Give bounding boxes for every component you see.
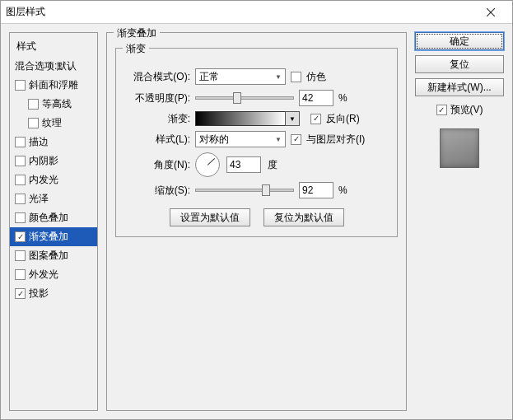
angle-label: 角度(N): <box>126 158 190 172</box>
list-item[interactable]: 描边 <box>10 133 97 152</box>
make-default-button[interactable]: 设置为默认值 <box>170 208 250 226</box>
action-column: 确定 复位 新建样式(W)... 预览(V) <box>415 32 504 411</box>
checkbox[interactable] <box>15 231 26 242</box>
style-label: 样式(L): <box>126 133 190 147</box>
list-item[interactable]: 图案叠加 <box>10 246 97 265</box>
checkbox[interactable] <box>15 194 26 204</box>
close-icon <box>487 8 495 16</box>
dither-label: 仿色 <box>306 70 326 84</box>
titlebar: 图层样式 <box>1 1 512 24</box>
chevron-down-icon: ▼ <box>275 73 282 81</box>
blending-options-label: 混合选项:默认 <box>15 59 77 73</box>
group-legend: 渐变叠加 <box>114 26 160 40</box>
opacity-slider[interactable] <box>195 96 294 100</box>
ok-button[interactable]: 确定 <box>415 32 504 50</box>
style-select[interactable]: 对称的▼ <box>195 131 286 147</box>
checkbox[interactable] <box>15 250 26 261</box>
window-close-button[interactable] <box>474 1 507 24</box>
align-label: 与图层对齐(I) <box>306 133 365 147</box>
scale-slider[interactable] <box>195 189 294 192</box>
dialog-body: 样式 混合选项:默认 斜面和浮雕 等高线 纹理 描边 内阴影 内发光 光泽 颜色… <box>1 24 512 419</box>
chevron-down-icon: ▼ <box>275 136 282 143</box>
angle-dial[interactable] <box>195 152 220 177</box>
opacity-label: 不透明度(P): <box>126 91 190 105</box>
checkbox[interactable] <box>15 269 26 280</box>
dither-checkbox[interactable] <box>291 72 301 82</box>
list-item[interactable]: 投影 <box>10 284 97 303</box>
list-item[interactable]: 外发光 <box>10 265 97 284</box>
gradient-overlay-group: 渐变叠加 渐变 混合模式(O): 正常▼ 仿色 不透明度(P): <box>106 32 407 411</box>
blend-mode-label: 混合模式(O): <box>126 70 190 84</box>
list-item[interactable]: 内发光 <box>10 170 97 189</box>
list-item[interactable]: 光泽 <box>10 189 97 208</box>
gradient-dropdown[interactable]: ▼ <box>285 111 300 126</box>
new-style-button[interactable]: 新建样式(W)... <box>415 78 504 96</box>
styles-list: 样式 混合选项:默认 斜面和浮雕 等高线 纹理 描边 内阴影 内发光 光泽 颜色… <box>9 32 98 411</box>
preview-checkbox[interactable] <box>436 105 447 115</box>
blending-options-row[interactable]: 混合选项:默认 <box>10 57 97 76</box>
checkbox[interactable] <box>15 175 26 185</box>
list-item[interactable]: 纹理 <box>10 114 97 133</box>
reverse-label: 反向(R) <box>326 112 360 126</box>
scale-input[interactable] <box>299 182 333 198</box>
layer-style-dialog: 图层样式 样式 混合选项:默认 斜面和浮雕 等高线 纹理 描边 内阴影 内发光 … <box>0 0 513 420</box>
gradient-subgroup: 渐变 混合模式(O): 正常▼ 仿色 不透明度(P): % <box>115 48 398 237</box>
subgroup-legend: 渐变 <box>123 42 149 56</box>
list-item-gradient-overlay[interactable]: 渐变叠加 <box>10 227 97 246</box>
options-panel: 渐变叠加 渐变 混合模式(O): 正常▼ 仿色 不透明度(P): <box>106 32 407 411</box>
list-item[interactable]: 颜色叠加 <box>10 208 97 227</box>
gradient-swatch[interactable]: ▼ <box>195 111 286 126</box>
list-item[interactable]: 内阴影 <box>10 152 97 170</box>
preview-swatch <box>440 128 479 168</box>
angle-input[interactable] <box>226 156 261 173</box>
align-checkbox[interactable] <box>291 134 301 145</box>
list-item[interactable]: 等高线 <box>10 95 97 114</box>
checkbox[interactable] <box>28 118 39 128</box>
checkbox[interactable] <box>28 99 39 110</box>
window-title: 图层样式 <box>6 5 45 19</box>
reset-default-button[interactable]: 复位为默认值 <box>263 208 344 226</box>
checkbox[interactable] <box>15 80 26 91</box>
cancel-button[interactable]: 复位 <box>415 55 504 73</box>
styles-header: 样式 <box>10 36 97 57</box>
preview-label: 预览(V) <box>450 103 483 117</box>
list-item[interactable]: 斜面和浮雕 <box>10 76 97 95</box>
checkbox[interactable] <box>15 156 26 166</box>
reverse-checkbox[interactable] <box>310 114 321 124</box>
checkbox[interactable] <box>15 288 26 299</box>
blend-mode-select[interactable]: 正常▼ <box>195 68 286 85</box>
gradient-label: 渐变: <box>126 112 190 126</box>
opacity-input[interactable] <box>299 90 333 106</box>
checkbox[interactable] <box>15 137 26 147</box>
scale-label: 缩放(S): <box>126 184 190 198</box>
checkbox[interactable] <box>15 212 26 223</box>
